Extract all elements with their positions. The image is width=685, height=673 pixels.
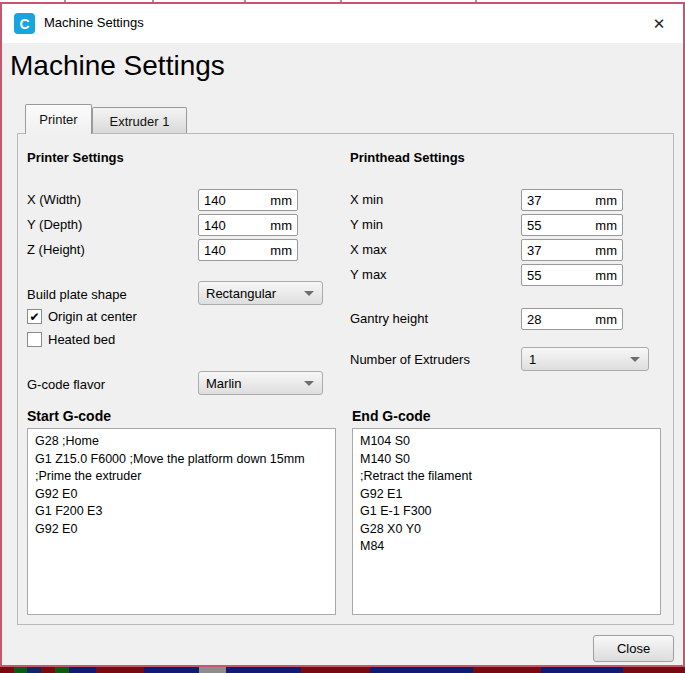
x-max-field: mm [521,239,623,261]
y-depth-input[interactable] [199,218,270,233]
number-of-extruders-dropdown[interactable]: 1 [521,347,649,371]
gantry-height-unit: mm [595,312,622,327]
heated-bed-label: Heated bed [48,332,115,347]
printer-settings-heading: Printer Settings [27,150,124,165]
build-plate-shape-dropdown[interactable]: Rectangular [198,281,323,305]
y-min-field: mm [521,214,623,236]
y-depth-label: Y (Depth) [27,217,82,232]
x-max-unit: mm [595,243,622,258]
x-width-label: X (Width) [27,192,81,207]
title-bar[interactable]: C Machine Settings ✕ [2,4,683,43]
origin-at-center-label: Origin at center [48,309,137,324]
y-depth-unit: mm [270,218,297,233]
end-gcode-textarea[interactable]: M104 S0 M140 S0 ;Retract the filament G9… [352,428,661,615]
y-max-unit: mm [595,268,622,283]
build-plate-shape-label: Build plate shape [27,287,127,302]
page-title: Machine Settings [10,50,225,82]
chevron-down-icon [304,381,314,386]
start-gcode-textarea[interactable]: G28 ;Home G1 Z15.0 F6000 ;Move the platf… [27,428,336,615]
chevron-down-icon [630,357,640,362]
y-min-unit: mm [595,218,622,233]
gcode-flavor-dropdown[interactable]: Marlin [198,371,323,395]
gcode-flavor-value: Marlin [199,376,304,391]
printhead-settings-heading: Printhead Settings [350,150,465,165]
z-height-input[interactable] [199,243,270,258]
x-min-label: X min [350,192,383,207]
y-max-label: Y max [350,267,387,282]
printer-tab-panel: Printer Settings X (Width) mm Y (Depth) … [17,133,674,625]
y-min-label: Y min [350,217,383,232]
gantry-height-input[interactable] [522,312,595,327]
start-gcode-heading: Start G-code [27,408,111,424]
window-close-icon[interactable]: ✕ [647,13,671,35]
y-depth-field: mm [198,214,298,236]
window-title: Machine Settings [44,15,144,30]
y-max-input[interactable] [522,268,595,283]
x-min-field: mm [521,189,623,211]
x-min-input[interactable] [522,193,595,208]
number-of-extruders-label: Number of Extruders [350,352,470,367]
heated-bed-checkbox[interactable] [27,332,42,347]
chevron-down-icon [304,291,314,296]
gcode-flavor-label: G-code flavor [27,377,105,392]
x-width-field: mm [198,189,298,211]
y-min-input[interactable] [522,218,595,233]
close-button[interactable]: Close [593,635,674,662]
origin-at-center-checkbox-row[interactable]: ✔ Origin at center [27,309,137,324]
machine-settings-dialog: C Machine Settings ✕ Machine Settings Pr… [0,2,685,667]
z-height-label: Z (Height) [27,242,85,257]
tab-printer[interactable]: Printer [25,104,92,134]
background-app-artifact-bottom [0,667,685,673]
origin-at-center-checkbox[interactable]: ✔ [27,309,42,324]
cura-app-icon: C [14,13,35,34]
gantry-height-label: Gantry height [350,311,428,326]
x-min-unit: mm [595,193,622,208]
x-max-label: X max [350,242,387,257]
build-plate-shape-value: Rectangular [199,286,304,301]
tab-extruder-1[interactable]: Extruder 1 [92,107,187,134]
gantry-height-field: mm [521,308,623,330]
z-height-unit: mm [270,243,297,258]
x-width-unit: mm [270,193,297,208]
y-max-field: mm [521,264,623,286]
x-max-input[interactable] [522,243,595,258]
z-height-field: mm [198,239,298,261]
number-of-extruders-value: 1 [522,352,630,367]
heated-bed-checkbox-row[interactable]: Heated bed [27,332,115,347]
x-width-input[interactable] [199,193,270,208]
end-gcode-heading: End G-code [352,408,431,424]
